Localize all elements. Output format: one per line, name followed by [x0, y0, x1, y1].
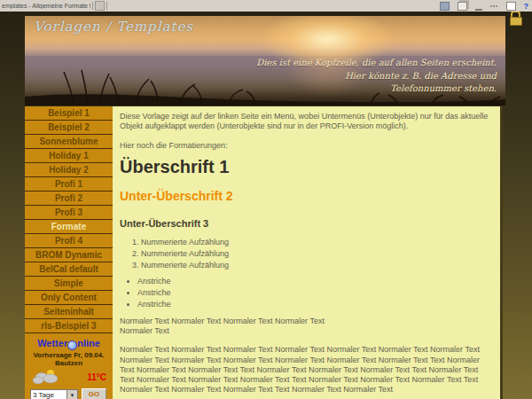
more-options-icon[interactable] [490, 3, 498, 10]
list-item: Anstriche [137, 277, 489, 286]
sidebar-item-rls-beispiel-3[interactable]: rls-Beispiel 3 [25, 319, 113, 333]
tagline-line: Hier könnte z. B. die Adresse und [256, 70, 497, 83]
sidebar-item-holiday-2[interactable]: Holiday 2 [25, 163, 113, 177]
toolbar-button[interactable] [95, 1, 105, 11]
weather-widget: WetterOnline Vorhersage Fr, 09.04. Bautz… [25, 333, 113, 399]
sidebar-item-profi-4[interactable]: Profi 4 [25, 234, 113, 248]
numbered-list: Nummerierte Aufzählung Nummerierte Aufzä… [141, 238, 489, 270]
sidebar-item-holiday-1[interactable]: Holiday 1 [25, 149, 113, 163]
sidebar-item-formate[interactable]: Formate [25, 220, 113, 234]
sidebar-item-only-content[interactable]: Only Content [25, 291, 113, 305]
sidebar-item-beispiel-2[interactable]: Beispiel 2 [25, 121, 113, 135]
sidebar-item-profi-3[interactable]: Profi 3 [25, 206, 113, 220]
wetteronline-logo[interactable]: WetterOnline [25, 333, 113, 350]
heading-3: Unter-Überschrift 3 [120, 218, 489, 231]
sidebar-item-profi-1[interactable]: Profi 1 [25, 177, 113, 192]
forecast-label: Vorhersage Fr, 09.04. [25, 351, 113, 359]
pages-icon[interactable] [458, 2, 467, 11]
forecast-range-select[interactable]: 3 Tage ▼ [30, 389, 78, 399]
sidebar-menu: Beispiel 1 Beispiel 2 Sonnenblume Holida… [25, 106, 113, 333]
print-icon[interactable] [440, 2, 450, 11]
partly-cloudy-icon [31, 368, 61, 386]
minimize-icon[interactable] [475, 9, 482, 11]
sidebar-item-profi-2[interactable]: Profi 2 [25, 192, 113, 206]
lock-icon[interactable] [510, 12, 521, 26]
sidebar-item-belcal-default[interactable]: BelCal default [25, 262, 113, 277]
intro-paragraph: Diese Vorlage zeigt auf der linken Seite… [120, 112, 489, 132]
header-tagline: Dies ist eine Kopfzeile, die auf allen S… [256, 57, 497, 96]
tagline-line: Telefonnummer stehen. [256, 82, 497, 96]
globe-icon: O [67, 340, 77, 350]
list-item: Anstriche [137, 288, 489, 298]
list-item: Nummerierte Aufzählung [141, 261, 489, 270]
normal-text-paragraph: Normaler Text Normaler Text Normaler Tex… [120, 345, 489, 395]
screen: emplates - Allgemeine Formate für Texte … [0, 0, 532, 399]
toolbar-icon-group: ? [440, 2, 532, 11]
forecast-city: Bautzen [25, 359, 113, 367]
tagline-line: Dies ist eine Kopfzeile, die auf allen S… [256, 57, 497, 70]
content-area: Diese Vorlage zeigt auf der linken Seite… [113, 106, 503, 399]
browser-toolbar: emplates - Allgemeine Formate für Texte … [0, 0, 532, 12]
help-icon[interactable]: ? [524, 3, 529, 10]
header-image: Vorlagen / Templates Dies ist eine Kopfz… [25, 16, 505, 106]
page-background: Vorlagen / Templates Dies ist eine Kopfz… [0, 12, 532, 399]
sidebar-item-simple[interactable]: Simple [25, 277, 113, 291]
page-title: Vorlagen / Templates [34, 19, 193, 35]
temperature-value: 11°C [87, 372, 106, 382]
chevron-down-icon: ▼ [66, 390, 77, 399]
list-item: Nummerierte Aufzählung [141, 238, 489, 247]
normal-text-block: Normaler Text Normaler Text Normaler Tex… [120, 317, 489, 337]
bullet-list: Anstriche Anstriche Anstriche [137, 277, 489, 309]
sidebar-item-sonnenblume[interactable]: Sonnenblume [25, 135, 113, 149]
formats-line: Hier noch die Formatierungen: [120, 141, 489, 151]
sidebar-item-beispiel-1[interactable]: Beispiel 1 [25, 106, 113, 121]
browser-tab-title: emplates - Allgemeine Formate für Texte … [0, 3, 90, 9]
list-item: Nummerierte Aufzählung [141, 249, 489, 259]
heading-1: Überschrift 1 [120, 156, 489, 178]
document-icon[interactable] [506, 2, 516, 11]
go-button[interactable]: GO [82, 388, 106, 399]
sidebar-item-seiteninhalt[interactable]: Seiteninhalt [25, 305, 113, 319]
list-item: Anstriche [137, 300, 489, 309]
toolbar-divider [92, 2, 93, 10]
toolbar-divider [106, 2, 107, 10]
heading-2: Unter-Überschrift 2 [120, 189, 489, 205]
sidebar-item-brom-dynamic[interactable]: BROM Dynamic [25, 248, 113, 262]
